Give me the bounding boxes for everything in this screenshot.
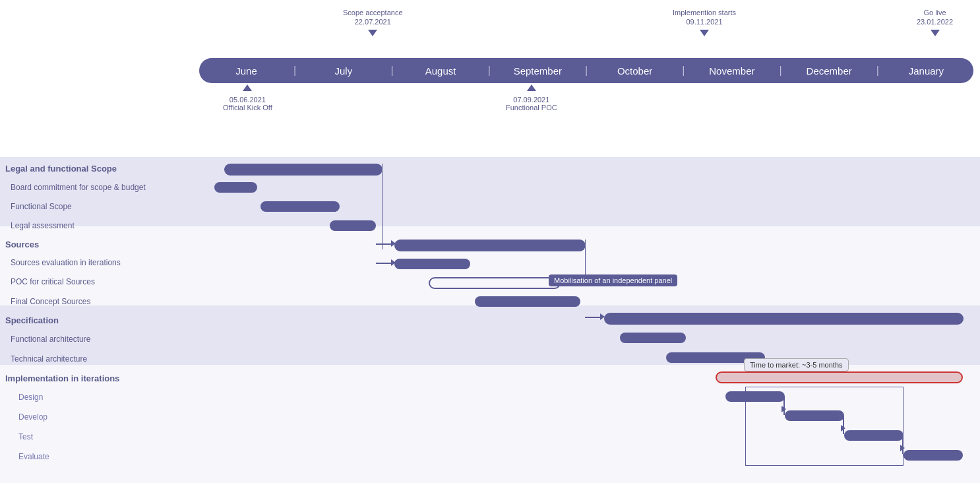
label-develop: Develop xyxy=(0,412,199,422)
milestone-kickoff: 05.06.2021 Official Kick Off xyxy=(223,84,272,112)
bar-board-commitment xyxy=(214,182,257,193)
bar-functional-arch xyxy=(620,333,686,343)
bar-legal-scope xyxy=(224,164,383,176)
milestone-go-live: Go live 23.01.2022 xyxy=(917,8,953,36)
tooltip-time-to-market: Time to market: ~3-5 months xyxy=(744,358,849,371)
label-test: Test xyxy=(0,432,199,441)
bar-evaluate xyxy=(903,450,963,461)
timeline-bar: June | July | August | September | Octob… xyxy=(199,58,973,83)
month-june: June xyxy=(199,65,293,77)
connector-arrow-sources xyxy=(376,243,392,245)
bar-sources-eval xyxy=(394,259,470,269)
bar-legal-assessment xyxy=(330,220,376,231)
connector-legal-sources xyxy=(382,164,383,249)
milestone-impl-starts: Implemention starts 09.11.2021 xyxy=(673,8,736,36)
tooltip-mobilisation: Mobilisation of an independent panel xyxy=(549,274,677,286)
kickoff-label: 05.06.2021 Official Kick Off xyxy=(223,96,272,112)
milestone-impl-label: Implemention starts 09.11.2021 xyxy=(673,8,736,27)
label-poc-critical: POC for critical Sources xyxy=(0,277,199,286)
connector-sources-right xyxy=(585,240,586,276)
month-december: December xyxy=(782,65,876,77)
label-legal-scope: Legal and functional Scope xyxy=(0,164,199,174)
milestone-scope-acceptance: Scope acceptance 22.07.2021 xyxy=(343,8,403,36)
month-january: January xyxy=(879,65,973,77)
label-legal-assessment: Legal assessment xyxy=(0,221,199,230)
connector-spec xyxy=(585,317,601,318)
milestone-poc: 07.09.2021 Functional POC xyxy=(506,84,557,112)
month-july: July xyxy=(296,65,390,77)
label-design: Design xyxy=(0,393,199,402)
poc-label: 07.09.2021 Functional POC xyxy=(506,96,557,112)
label-functional-scope: Functional Scope xyxy=(0,202,199,211)
gantt-container: Scope acceptance 22.07.2021 Implemention… xyxy=(0,0,980,483)
label-final-concept: Final Concept Sources xyxy=(0,297,199,306)
connector-arrow-sources-eval xyxy=(376,263,392,264)
month-september: September xyxy=(491,65,585,77)
bar-sources xyxy=(394,240,586,251)
milestone-go-live-label: Go live 23.01.2022 xyxy=(917,8,953,27)
bar-implementation xyxy=(716,371,963,383)
month-october: October xyxy=(588,65,682,77)
label-functional-arch: Functional architecture xyxy=(0,335,199,344)
poc-arrow-up xyxy=(527,84,536,91)
label-technical-arch: Technical architecture xyxy=(0,354,199,364)
month-august: August xyxy=(394,65,488,77)
month-november: November xyxy=(685,65,779,77)
bar-functional-scope xyxy=(260,201,340,212)
bar-final-concept xyxy=(475,296,580,307)
label-sources: Sources xyxy=(0,240,199,249)
label-evaluate: Evaluate xyxy=(0,452,199,461)
label-specification: Specification xyxy=(0,315,199,325)
label-sources-eval: Sources evaluation in iterations xyxy=(0,258,199,267)
milestone-scope-label: Scope acceptance 22.07.2021 xyxy=(343,8,403,27)
kickoff-arrow-up xyxy=(243,84,252,91)
bar-poc-critical xyxy=(429,277,561,289)
iteration-bracket xyxy=(745,387,903,466)
label-board-commitment: Board commitment for scope & budget xyxy=(0,183,199,192)
label-implementation: Implementation in iterations xyxy=(0,373,199,383)
bar-specification xyxy=(604,313,964,325)
